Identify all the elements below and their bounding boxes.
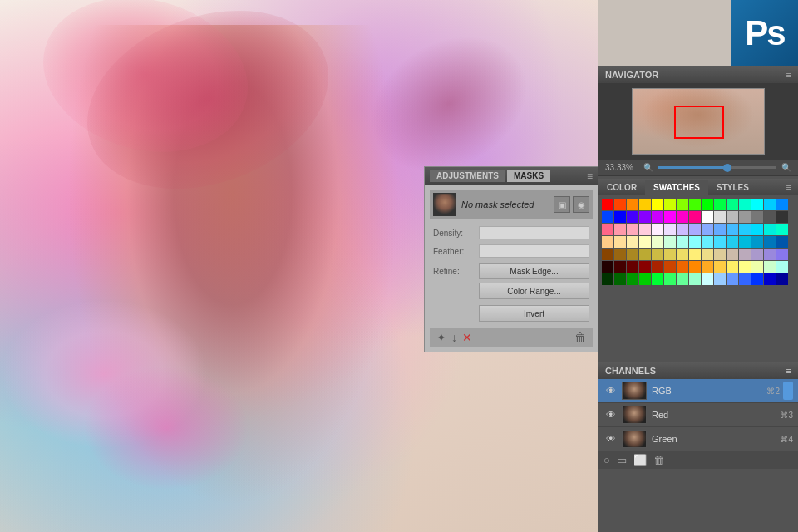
color-swatch[interactable] <box>702 211 713 223</box>
color-swatch[interactable] <box>702 236 713 248</box>
color-swatch[interactable] <box>602 199 613 210</box>
color-swatch[interactable] <box>677 211 688 223</box>
zoom-slider[interactable] <box>658 166 776 169</box>
color-swatch[interactable] <box>689 273 701 285</box>
color-swatch[interactable] <box>602 211 613 223</box>
color-swatch[interactable] <box>602 224 613 235</box>
color-swatch[interactable] <box>677 249 688 260</box>
bottom-mask-icon[interactable]: ↓ <box>451 331 457 344</box>
color-swatch[interactable] <box>776 211 788 223</box>
color-swatch[interactable] <box>677 199 688 210</box>
color-swatch[interactable] <box>664 249 676 260</box>
color-swatch[interactable] <box>627 224 638 235</box>
color-swatch[interactable] <box>727 236 738 248</box>
bottom-trash-icon[interactable]: 🗑 <box>574 331 586 344</box>
color-swatch[interactable] <box>639 211 651 223</box>
color-swatch[interactable] <box>727 199 738 210</box>
color-swatch[interactable] <box>764 236 776 248</box>
channels-doc-icon[interactable]: ⬜ <box>633 454 647 466</box>
color-swatch[interactable] <box>764 211 776 223</box>
color-swatch[interactable] <box>751 199 763 210</box>
color-swatch[interactable] <box>652 211 663 223</box>
color-swatch[interactable] <box>727 224 738 235</box>
color-swatch[interactable] <box>739 273 751 285</box>
color-swatch[interactable] <box>677 224 688 235</box>
color-swatch[interactable] <box>614 199 626 210</box>
mask-vector-btn[interactable]: ◉ <box>573 196 589 213</box>
color-swatch[interactable] <box>627 249 638 260</box>
color-swatch[interactable] <box>714 273 726 285</box>
zoom-in-icon[interactable]: 🔍 <box>781 163 791 172</box>
channels-mask-icon[interactable]: ▭ <box>617 454 627 466</box>
color-swatch[interactable] <box>652 261 663 273</box>
color-swatch[interactable] <box>764 249 776 260</box>
color-swatch[interactable] <box>776 249 788 260</box>
color-swatch[interactable] <box>652 273 663 285</box>
color-swatch[interactable] <box>702 261 713 273</box>
color-swatch[interactable] <box>776 273 788 285</box>
density-input[interactable] <box>479 226 589 239</box>
color-swatch[interactable] <box>614 261 626 273</box>
tab-swatches[interactable]: SWATCHES <box>645 180 708 195</box>
channels-circle-icon[interactable]: ○ <box>603 454 610 466</box>
tab-adjustments[interactable]: ADJUSTMENTS <box>430 170 505 182</box>
mask-pixel-btn[interactable]: ▣ <box>554 196 570 213</box>
color-range-btn[interactable]: Color Range... <box>479 283 589 299</box>
color-swatch[interactable] <box>751 224 763 235</box>
channel-visibility-eye[interactable]: 👁 <box>603 431 618 446</box>
tab-masks[interactable]: MASKS <box>507 170 550 182</box>
color-swatch[interactable] <box>751 273 763 285</box>
channel-row[interactable]: 👁RGB⌘2 <box>598 379 798 403</box>
color-swatch[interactable] <box>627 199 638 210</box>
color-swatch[interactable] <box>614 273 626 285</box>
color-swatch[interactable] <box>639 236 651 248</box>
color-swatch[interactable] <box>639 224 651 235</box>
color-swatch[interactable] <box>664 199 676 210</box>
color-swatch[interactable] <box>602 273 613 285</box>
color-swatch[interactable] <box>627 261 638 273</box>
color-swatch[interactable] <box>677 261 688 273</box>
bottom-sun-icon[interactable]: ✦ <box>436 331 446 344</box>
color-swatch[interactable] <box>702 273 713 285</box>
color-panel-menu-icon[interactable]: ≡ <box>780 179 798 195</box>
color-swatch[interactable] <box>714 249 726 260</box>
channel-visibility-eye[interactable]: 👁 <box>603 383 618 398</box>
color-swatch[interactable] <box>689 224 701 235</box>
color-swatch[interactable] <box>739 199 751 210</box>
tab-styles[interactable]: STYLES <box>708 180 757 195</box>
color-swatch[interactable] <box>764 261 776 273</box>
color-swatch[interactable] <box>689 249 701 260</box>
color-swatch[interactable] <box>677 273 688 285</box>
color-swatch[interactable] <box>776 236 788 248</box>
color-swatch[interactable] <box>664 236 676 248</box>
channel-row[interactable]: 👁Green⌘4 <box>598 427 798 451</box>
color-swatch[interactable] <box>652 224 663 235</box>
mask-edge-btn[interactable]: Mask Edge... <box>479 263 589 279</box>
color-swatch[interactable] <box>776 261 788 273</box>
color-swatch[interactable] <box>714 261 726 273</box>
color-swatch[interactable] <box>727 211 738 223</box>
color-swatch[interactable] <box>764 199 776 210</box>
channel-visibility-eye[interactable]: 👁 <box>603 407 618 422</box>
color-swatch[interactable] <box>639 273 651 285</box>
color-swatch[interactable] <box>727 261 738 273</box>
color-swatch[interactable] <box>639 261 651 273</box>
bottom-delete-icon[interactable]: ✕ <box>462 331 472 344</box>
color-swatch[interactable] <box>614 211 626 223</box>
color-swatch[interactable] <box>664 273 676 285</box>
color-swatch[interactable] <box>751 261 763 273</box>
color-swatch[interactable] <box>677 236 688 248</box>
color-swatch[interactable] <box>614 249 626 260</box>
color-swatch[interactable] <box>689 236 701 248</box>
channel-row[interactable]: 👁Red⌘3 <box>598 403 798 427</box>
color-swatch[interactable] <box>652 249 663 260</box>
invert-btn[interactable]: Invert <box>479 305 589 322</box>
color-swatch[interactable] <box>702 249 713 260</box>
channels-trash-icon[interactable]: 🗑 <box>653 454 664 466</box>
color-swatch[interactable] <box>727 249 738 260</box>
navigator-menu-icon[interactable]: ≡ <box>786 70 791 80</box>
color-swatch[interactable] <box>664 261 676 273</box>
color-swatch[interactable] <box>639 199 651 210</box>
color-swatch[interactable] <box>714 236 726 248</box>
color-swatch[interactable] <box>714 224 726 235</box>
